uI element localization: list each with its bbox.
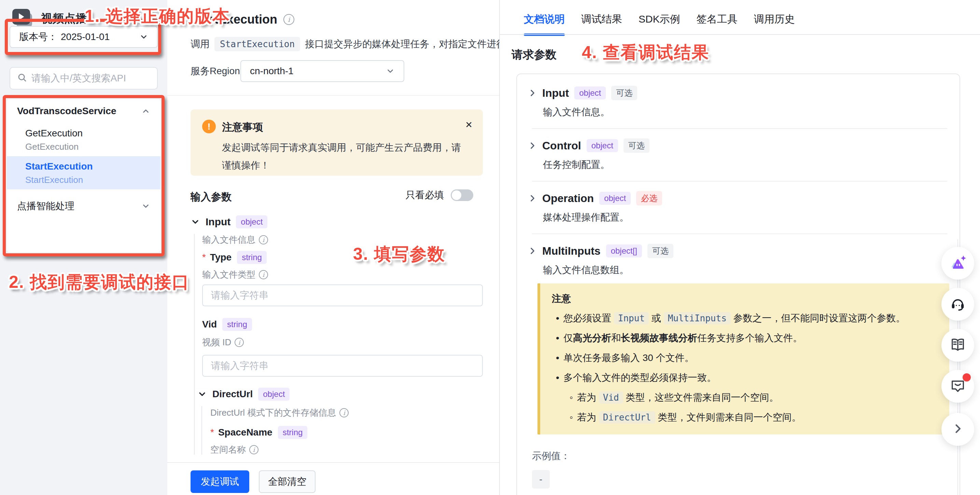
close-icon[interactable]: ✕ bbox=[465, 120, 473, 130]
chevron-down-icon bbox=[142, 202, 150, 211]
tree-group-vodtranscodeservice[interactable]: VodTranscodeService bbox=[7, 99, 161, 123]
param-desc: 输入文件信息 bbox=[202, 234, 255, 246]
optional-badge: 可选 bbox=[648, 244, 673, 258]
tab-调用历史[interactable]: 调用历史 bbox=[754, 12, 795, 36]
warning-title: 注意事项 bbox=[222, 120, 263, 134]
region-select[interactable]: cn-north-1 bbox=[240, 60, 404, 82]
type-badge: string bbox=[278, 426, 308, 439]
type-badge: object bbox=[574, 86, 606, 99]
notification-badge bbox=[963, 373, 971, 382]
required-star: * bbox=[210, 427, 214, 438]
inline-code: DirectUrl bbox=[599, 411, 655, 423]
param-desc: 空间名称 bbox=[210, 444, 246, 456]
inline-code: StartExecution bbox=[215, 37, 300, 51]
required-only-toggle[interactable] bbox=[451, 189, 473, 201]
chevron-right-icon bbox=[952, 423, 964, 436]
param-desc: 输入文件类型 bbox=[202, 269, 255, 281]
api-description: 调用 StartExecution 接口提交异步的媒体处理任务，对指定文件进行媒… bbox=[191, 37, 533, 51]
chevron-right-icon[interactable] bbox=[528, 246, 537, 255]
support-button[interactable] bbox=[942, 288, 974, 321]
docs-panel: 文档说明调试结果SDK示例签名工具调用历史 请求参数 Inputobject可选… bbox=[500, 0, 980, 495]
search-input[interactable] bbox=[32, 73, 148, 84]
api-tree: VodTranscodeService GetExecution GetExec… bbox=[7, 99, 161, 252]
vid-input[interactable] bbox=[202, 355, 483, 377]
example-label: 示例值： bbox=[532, 450, 947, 463]
version-select[interactable]: 版本号： 2025-01-01 bbox=[10, 26, 158, 48]
note-bullet: •单次任务最多输入 30 个文件。 bbox=[552, 351, 939, 365]
chevron-right-icon[interactable] bbox=[528, 194, 537, 203]
optional-badge: 可选 bbox=[611, 86, 637, 100]
inline-code: MultiInputs bbox=[664, 312, 731, 324]
info-icon[interactable]: i bbox=[283, 14, 294, 25]
required-star: * bbox=[202, 252, 206, 263]
optional-badge: 可选 bbox=[624, 139, 649, 153]
type-badge: object bbox=[587, 139, 618, 152]
note-bullet: •多个输入文件的类型必须保持一致。 bbox=[552, 371, 939, 385]
ai-assistant-icon bbox=[948, 253, 967, 273]
version-label: 版本号： bbox=[19, 30, 57, 43]
param-name: Control bbox=[542, 139, 581, 152]
input-params-title: 输入参数 bbox=[191, 190, 232, 204]
chevron-down-icon[interactable] bbox=[197, 390, 207, 399]
book-icon bbox=[949, 336, 967, 355]
api-search[interactable] bbox=[10, 67, 158, 89]
doc-param-input: Inputobject可选输入文件信息。 bbox=[528, 86, 947, 129]
api-name: GetExecution bbox=[25, 128, 161, 139]
param-desc: 任务控制配置。 bbox=[543, 158, 947, 171]
feedback-button[interactable] bbox=[942, 370, 974, 403]
required-badge: 必选 bbox=[636, 191, 662, 206]
collapse-panel-button[interactable] bbox=[942, 413, 974, 446]
tree-group-label: VodTranscodeService bbox=[17, 105, 116, 117]
info-icon[interactable]: i bbox=[235, 338, 244, 347]
vod-logo-icon bbox=[12, 9, 33, 28]
info-icon[interactable]: i bbox=[259, 270, 268, 279]
chevron-down-icon[interactable] bbox=[191, 217, 200, 227]
docs-tabs: 文档说明调试结果SDK示例签名工具调用历史 bbox=[524, 12, 795, 36]
api-desc: GetExecution bbox=[25, 142, 161, 152]
region-label: 服务Region bbox=[191, 65, 216, 78]
tab-SDK示例[interactable]: SDK示例 bbox=[638, 12, 680, 36]
chevron-right-icon[interactable] bbox=[528, 141, 537, 150]
sidebar-item-startexecution[interactable]: StartExecution StartExecution bbox=[7, 156, 161, 189]
tab-文档说明[interactable]: 文档说明 bbox=[524, 12, 565, 36]
param-desc: 视频 ID bbox=[202, 336, 231, 348]
clear-all-button[interactable]: 全部清空 bbox=[259, 470, 315, 493]
type-badge: string bbox=[237, 251, 267, 264]
search-icon bbox=[17, 72, 27, 84]
chevron-up-icon bbox=[142, 107, 150, 115]
info-icon[interactable]: i bbox=[339, 408, 348, 417]
debug-footer: 发起调试 全部清空 bbox=[167, 462, 499, 495]
chevron-right-icon[interactable] bbox=[528, 89, 537, 97]
param-desc: DirectUrl 模式下的文件存储信息 bbox=[210, 407, 336, 419]
warning-icon: ! bbox=[202, 120, 216, 133]
sidebar-item-getexecution[interactable]: GetExecution GetExecution bbox=[7, 123, 161, 156]
tab-签名工具[interactable]: 签名工具 bbox=[697, 12, 738, 36]
inline-code: Input bbox=[614, 312, 649, 324]
api-name: StartExecution bbox=[25, 161, 161, 172]
tab-调试结果[interactable]: 调试结果 bbox=[581, 12, 622, 36]
param-name: SpaceName bbox=[218, 427, 272, 438]
ai-assistant-button[interactable] bbox=[942, 247, 974, 279]
type-badge: string bbox=[222, 318, 252, 331]
type-badge: object bbox=[236, 216, 267, 228]
warning-banner: ! 注意事项 ✕ 发起调试等同于请求真实调用，可能产生云产品费用，请谨慎操作！ bbox=[191, 109, 483, 176]
api-desc: StartExecution bbox=[25, 175, 161, 185]
type-badge: object[] bbox=[606, 244, 642, 257]
warning-body: 发起调试等同于请求真实调用，可能产生云产品费用，请谨慎操作！ bbox=[222, 139, 468, 174]
tree-group-intelligent-processing[interactable]: 点播智能处理 bbox=[7, 194, 161, 218]
documentation-button[interactable] bbox=[942, 329, 974, 362]
type-input[interactable] bbox=[202, 284, 483, 306]
chevron-down-icon bbox=[139, 32, 148, 42]
info-icon[interactable]: i bbox=[249, 445, 258, 454]
api-explorer-page: 视频点播 版本号： 2025-01-01 VodTranscodeService bbox=[0, 0, 980, 495]
note-bullet: ◦若为 DirectUrl 类型，文件则需来自同一个空间。 bbox=[565, 410, 939, 424]
note-bullet: •仅高光分析和长视频故事线分析任务支持多个输入文件。 bbox=[552, 331, 939, 345]
note-title: 注意 bbox=[552, 292, 939, 305]
info-icon[interactable]: i bbox=[259, 235, 268, 244]
required-only-label: 只看必填 bbox=[406, 189, 444, 202]
param-name: Input bbox=[205, 216, 231, 228]
doc-param-multiinputs: MultiInputsobject[]可选输入文件信息数组。 bbox=[528, 244, 947, 276]
doc-param-operation: Operationobject必选媒体处理操作配置。 bbox=[528, 191, 947, 234]
start-debug-button[interactable]: 发起调试 bbox=[191, 470, 249, 493]
desc-text: 调用 bbox=[191, 38, 210, 51]
